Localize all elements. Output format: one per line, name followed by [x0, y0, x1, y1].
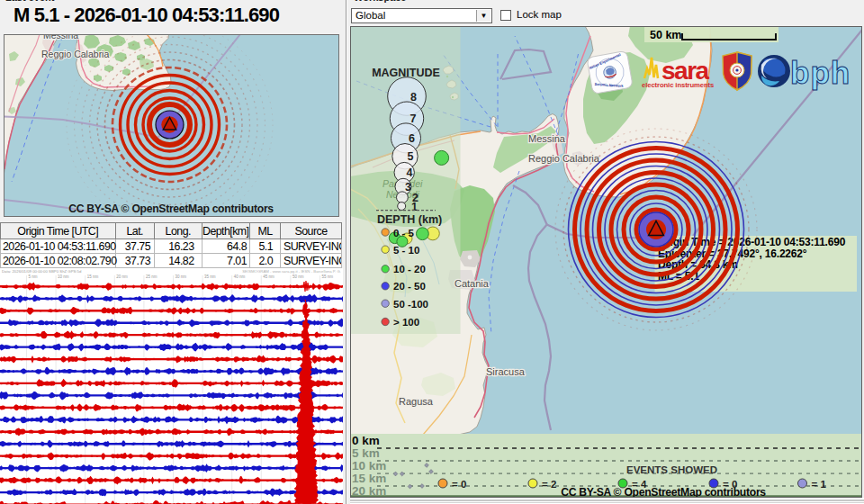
svg-text:0 - 5: 0 - 5	[393, 228, 415, 238]
svg-text:20 km: 20 km	[352, 484, 386, 498]
svg-text:55 nm: 55 nm	[322, 274, 334, 279]
svg-text:10 km: 10 km	[352, 459, 386, 472]
svg-text:15 nm: 15 nm	[87, 274, 99, 279]
svg-text:45 nm: 45 nm	[263, 274, 274, 279]
svg-text:Ragusa: Ragusa	[399, 396, 434, 407]
svg-text:8: 8	[410, 91, 417, 104]
svg-text:SEISMOGRAM - www.sara.pg.it -: SEISMOGRAM - www.sara.pg.it - IESN - Bar…	[242, 269, 341, 274]
svg-text:DEPTH (km): DEPTH (km)	[377, 213, 442, 226]
svg-text:35 nm: 35 nm	[204, 274, 216, 279]
svg-text:= 1: = 1	[812, 479, 827, 490]
svg-text:Siracusa: Siracusa	[486, 366, 526, 377]
svg-text:10 - 20: 10 - 20	[393, 264, 426, 274]
svg-text:10 nm: 10 nm	[58, 274, 69, 279]
svg-text:> 100: > 100	[393, 317, 419, 328]
svg-text:30 nm: 30 nm	[176, 274, 187, 279]
svg-text:Catania: Catania	[454, 278, 490, 289]
svg-text:20 nm: 20 nm	[116, 274, 128, 279]
svg-text:Reggio Calabria: Reggio Calabria	[41, 49, 109, 59]
svg-text:4: 4	[407, 166, 413, 179]
svg-text:CC BY-SA © OpenStreetMap contr: CC BY-SA © OpenStreetMap contributors	[68, 202, 274, 215]
svg-text:5 nm: 5 nm	[29, 274, 38, 279]
svg-text:7: 7	[410, 112, 417, 125]
svg-text:= 0: = 0	[452, 479, 466, 490]
svg-text:= 2: = 2	[542, 479, 556, 490]
svg-text:5: 5	[408, 150, 414, 163]
svg-text:CC BY-SA © OpenStreetMap contr: CC BY-SA © OpenStreetMap contributors	[561, 486, 766, 499]
svg-text:50 km: 50 km	[650, 29, 681, 41]
svg-text:50 -100: 50 -100	[393, 299, 428, 310]
svg-text:bph: bph	[790, 55, 850, 90]
svg-text:25 nm: 25 nm	[146, 274, 158, 279]
svg-text:20 - 50: 20 - 50	[393, 281, 426, 292]
svg-text:50 nm: 50 nm	[292, 274, 304, 279]
svg-text:40 nm: 40 nm	[234, 274, 246, 279]
svg-text:Reggio Calabria: Reggio Calabria	[528, 153, 600, 164]
svg-text:Messina: Messina	[528, 133, 566, 144]
svg-text:EVENTS SHOWED: EVENTS SHOWED	[626, 464, 717, 475]
svg-text:electronic instruments: electronic instruments	[642, 81, 714, 89]
svg-text:1: 1	[411, 201, 418, 213]
svg-text:3: 3	[405, 181, 411, 194]
svg-text:5 km: 5 km	[352, 446, 380, 460]
svg-text:0 km: 0 km	[352, 434, 380, 447]
svg-text:15 km: 15 km	[352, 472, 386, 485]
svg-text:Data: 2026/01/09 00:00:00 SBP0: Data: 2026/01/09 00:00:00 SBP0 ShZ GPS:5…	[2, 269, 82, 274]
svg-text:5 - 10: 5 - 10	[393, 245, 419, 256]
svg-text:6: 6	[409, 132, 415, 145]
